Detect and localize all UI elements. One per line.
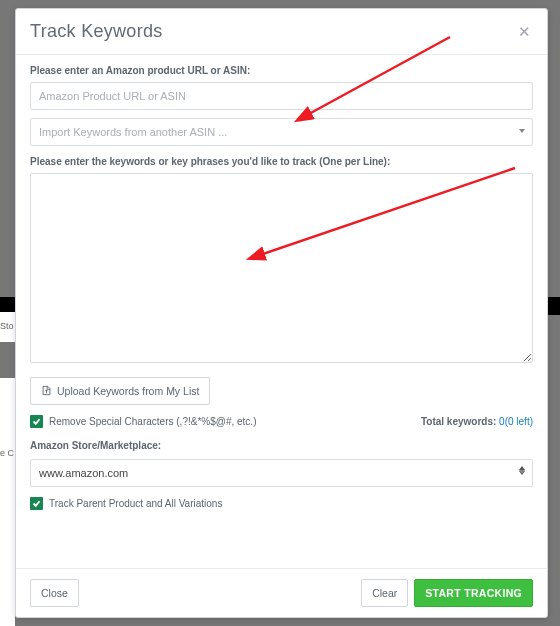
updown-icon — [519, 466, 525, 475]
total-keywords-value: 0(0 left) — [499, 416, 533, 427]
remove-special-chars-label: Remove Special Characters (,?!&*%$@#, et… — [49, 416, 256, 427]
clear-button[interactable]: Clear — [361, 579, 408, 607]
import-keywords-placeholder: Import Keywords from another ASIN ... — [39, 126, 227, 138]
track-keywords-modal: Track Keywords ✕ Please enter an Amazon … — [15, 8, 548, 618]
marketplace-select[interactable]: www.amazon.com — [30, 459, 533, 487]
keywords-textarea[interactable] — [30, 173, 533, 363]
start-tracking-button[interactable]: START TRACKING — [414, 579, 533, 607]
remove-special-chars-checkbox[interactable]: Remove Special Characters (,?!&*%$@#, et… — [30, 415, 256, 428]
modal-title: Track Keywords — [30, 21, 163, 42]
track-parent-label: Track Parent Product and All Variations — [49, 498, 222, 509]
total-keywords-label: Total keywords: — [421, 416, 496, 427]
total-keywords: Total keywords: 0(0 left) — [421, 416, 533, 427]
import-keywords-select[interactable]: Import Keywords from another ASIN ... — [30, 118, 533, 146]
upload-keywords-label: Upload Keywords from My List — [57, 385, 199, 397]
upload-keywords-button[interactable]: Upload Keywords from My List — [30, 377, 210, 405]
marketplace-selected: www.amazon.com — [39, 467, 128, 479]
upload-icon — [41, 385, 52, 398]
keywords-label: Please enter the keywords or key phrases… — [30, 156, 533, 167]
product-url-label: Please enter an Amazon product URL or AS… — [30, 65, 533, 76]
modal-footer: Close Clear START TRACKING — [16, 568, 547, 617]
checkbox-checked-icon — [30, 497, 43, 510]
modal-header: Track Keywords ✕ — [16, 9, 547, 55]
close-icon[interactable]: ✕ — [516, 24, 533, 39]
checkbox-checked-icon — [30, 415, 43, 428]
modal-body: Please enter an Amazon product URL or AS… — [16, 55, 547, 568]
track-parent-checkbox[interactable]: Track Parent Product and All Variations — [30, 497, 533, 510]
product-url-input[interactable] — [30, 82, 533, 110]
close-button[interactable]: Close — [30, 579, 79, 607]
marketplace-label: Amazon Store/Marketplace: — [30, 440, 533, 451]
